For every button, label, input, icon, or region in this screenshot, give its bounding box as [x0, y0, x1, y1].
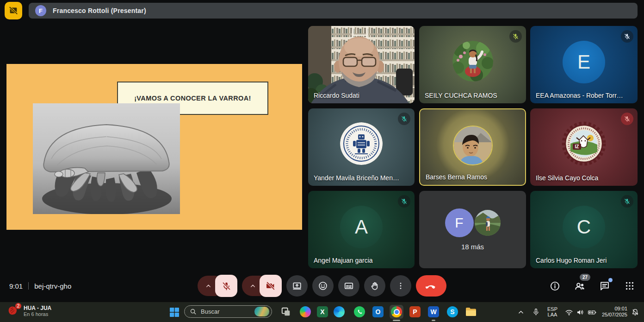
people-icon — [574, 280, 586, 292]
wifi-icon — [565, 308, 573, 316]
search-daily-image — [254, 307, 269, 316]
whatsapp-button[interactable] — [353, 305, 366, 319]
edge-button[interactable] — [332, 305, 346, 319]
tray-microphone-indicator[interactable] — [532, 302, 540, 322]
participant-avatar — [340, 122, 383, 165]
language-top: ESP — [547, 306, 557, 312]
participant-name: Riccardo Sudati — [314, 92, 359, 99]
chat-notification-dot — [608, 278, 613, 282]
chrome-button-active[interactable] — [390, 305, 403, 319]
more-options-icon — [396, 281, 405, 290]
activities-button[interactable] — [624, 280, 636, 292]
chat-icon — [599, 280, 610, 291]
file-explorer-button[interactable] — [464, 305, 478, 319]
present-screen-icon — [292, 281, 302, 291]
excel-icon: X — [317, 306, 328, 317]
edge-icon — [334, 306, 345, 317]
outlook-button[interactable]: O — [371, 305, 385, 319]
word-icon: W — [428, 306, 439, 317]
excel-button[interactable]: X — [316, 305, 329, 319]
powerpoint-button[interactable]: P — [408, 305, 422, 319]
word-running-indicator — [432, 320, 435, 321]
notification-center-button[interactable] — [631, 302, 639, 322]
powerpoint-icon: P — [409, 306, 421, 317]
participant-avatar — [453, 126, 493, 165]
participant-tile[interactable]: IZ Ilse Silvia Cayo Colca — [530, 108, 638, 186]
start-button[interactable] — [168, 306, 180, 318]
participant-avatar: IZ — [562, 121, 606, 166]
tray-time: 09:01 — [601, 306, 627, 312]
end-call-icon — [426, 280, 437, 291]
participant-name: Yander Mavila Briceño Men… — [314, 174, 399, 182]
apps-grid-icon — [625, 281, 635, 291]
chat-button[interactable] — [599, 280, 611, 292]
participant-avatar: A — [340, 206, 383, 248]
windows-logo-icon — [169, 307, 180, 317]
mic-off-icon — [621, 195, 633, 208]
mic-off-icon — [222, 281, 231, 291]
participant-tile[interactable]: E EEA Amazonas - Rober Torr… — [530, 26, 638, 103]
call-controls — [198, 275, 446, 297]
participant-tile[interactable]: A Angel Majuan garcia — [308, 191, 415, 268]
participant-tile-active-speaker[interactable]: Barses Berna Ramos — [419, 108, 526, 186]
overflow-participants-tile[interactable]: F 18 más — [419, 191, 526, 268]
task-view-button[interactable] — [279, 305, 293, 319]
copilot-icon — [300, 306, 311, 317]
widget-title: HUA - JUA — [24, 305, 51, 311]
mic-off-icon — [509, 30, 522, 43]
tray-hidden-icons-button[interactable] — [518, 302, 524, 322]
participant-tile[interactable]: Riccardo Sudati — [308, 26, 415, 103]
more-options-button[interactable] — [390, 275, 411, 297]
participant-name: SEILY CUCHCA RAMOS — [425, 92, 497, 99]
battery-indicator[interactable] — [588, 302, 597, 322]
meet-control-bar: 9:01 bej-qtrv-gho — [0, 275, 644, 297]
participant-avatar: C — [563, 206, 605, 248]
chevron-up-icon — [205, 283, 211, 289]
chrome-icon — [391, 306, 402, 317]
mic-off-icon — [398, 113, 410, 125]
speaker-icon — [576, 308, 584, 316]
presentation-slide: ¡VAMOS A CONOCER LA VARROA! — [6, 64, 302, 230]
people-button[interactable]: 27 — [574, 280, 586, 292]
presenter-banner[interactable]: F Francesco Rottoli (Presentar) — [29, 3, 638, 19]
presenter-name: Francesco Rottoli (Presentar) — [53, 7, 146, 14]
presenter-avatar: F — [35, 5, 46, 16]
meeting-details-button[interactable] — [549, 280, 561, 292]
closed-captions-icon — [344, 281, 354, 291]
meeting-code: bej-qtrv-gho — [34, 282, 71, 290]
skype-button[interactable]: S — [446, 305, 459, 319]
language-indicator[interactable]: ESP LAA — [547, 302, 557, 322]
wifi-indicator[interactable] — [565, 302, 573, 322]
camera-off-icon — [266, 281, 276, 291]
copilot-button[interactable] — [298, 305, 312, 319]
raise-hand-button[interactable] — [364, 275, 385, 297]
participant-tile[interactable]: SEILY CUCHCA RAMOS — [419, 26, 526, 103]
clock-tray[interactable]: 09:01 25/07/2025 — [601, 302, 627, 322]
raise-hand-icon — [370, 281, 380, 291]
skype-icon: S — [447, 306, 458, 317]
camera-off-button[interactable] — [260, 275, 282, 297]
taskbar-search[interactable]: Buscar — [184, 305, 272, 318]
task-view-icon — [281, 307, 291, 317]
end-call-button[interactable] — [416, 275, 446, 297]
participant-tile[interactable]: C Carlos Hugo Roman Jeri — [530, 191, 638, 268]
mic-off-icon — [621, 113, 633, 125]
overflow-avatar-initial: F — [445, 208, 474, 237]
windows-taskbar: 2 HUA - JUA En 6 horas Buscar — [0, 302, 644, 322]
participant-name: EEA Amazonas - Rober Torr… — [536, 92, 623, 99]
language-bottom: LAA — [547, 312, 557, 317]
volume-indicator[interactable] — [576, 302, 584, 322]
slide-title: ¡VAMOS A CONOCER LA VARROA! — [134, 95, 251, 102]
stop-presenting-button[interactable] — [5, 2, 22, 19]
present-screen-button[interactable] — [286, 275, 308, 297]
battery-charging-icon — [588, 308, 597, 316]
word-button[interactable]: W — [427, 305, 440, 319]
mic-muted-button[interactable] — [215, 275, 237, 297]
captions-button[interactable] — [338, 275, 359, 297]
participant-name: Carlos Hugo Roman Jeri — [536, 257, 607, 264]
emoji-reactions-button[interactable] — [312, 275, 334, 297]
widgets-button[interactable]: 2 HUA - JUA En 6 horas — [6, 304, 51, 317]
participant-tile[interactable]: Yander Mavila Briceño Men… — [308, 108, 415, 186]
people-count-badge: 27 — [580, 274, 590, 281]
meeting-clock: 9:01 — [9, 282, 23, 290]
